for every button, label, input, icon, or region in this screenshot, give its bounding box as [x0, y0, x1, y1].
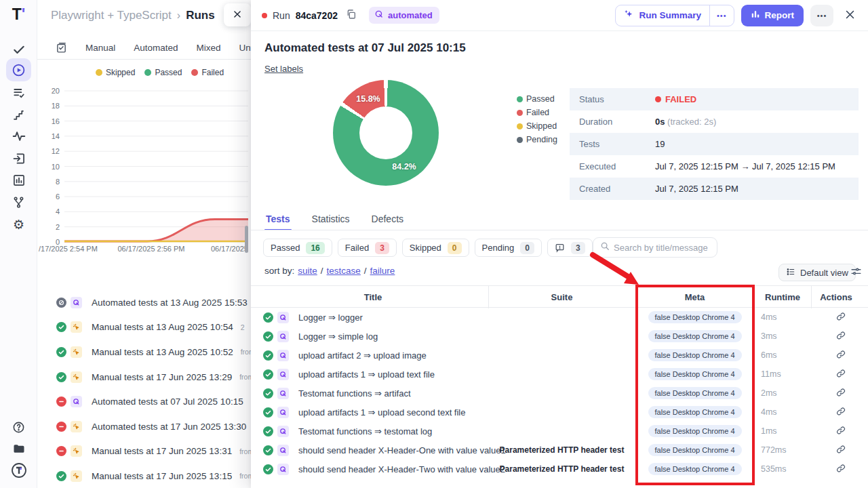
- test-result-row[interactable]: Testomat functions ⇒ testomat log false …: [251, 422, 868, 441]
- filter-chip[interactable]: Passed 16: [263, 239, 332, 257]
- breadcrumb-project[interactable]: Playwright + TypeScript: [51, 9, 172, 22]
- run-type-tab[interactable]: Manual: [85, 43, 115, 53]
- automated-badge[interactable]: automated: [369, 7, 439, 24]
- nav-runs-button[interactable]: [6, 58, 31, 81]
- run-type-tab[interactable]: Unfinished: [239, 43, 251, 53]
- drawer-tab[interactable]: Tests: [264, 211, 292, 230]
- legend-item[interactable]: Skipped: [96, 68, 135, 77]
- sort-option-link[interactable]: testcase: [327, 266, 361, 276]
- more-actions-button[interactable]: •••: [810, 5, 833, 26]
- run-list-item[interactable]: Automated tests at 07 Jul 2025 10:15: [37, 389, 251, 414]
- app-logo[interactable]: T': [0, 5, 37, 24]
- legend-item[interactable]: Failed: [517, 108, 557, 117]
- test-title[interactable]: should send header X-Header-Two with val…: [298, 464, 505, 474]
- test-result-row[interactable]: Logger ⇒ logger false Desktop Chrome 4 4…: [251, 308, 868, 327]
- legend-item[interactable]: Failed: [191, 68, 224, 77]
- attachment-link-button[interactable]: [831, 445, 850, 456]
- column-title[interactable]: Title: [258, 286, 488, 308]
- filter-chip[interactable]: Failed 3: [338, 239, 397, 257]
- test-title[interactable]: upload artifacts 1 ⇒ upload second text …: [298, 407, 466, 418]
- breadcrumb: Playwright + TypeScript › Runs: [51, 7, 215, 24]
- nav-settings-button[interactable]: ⚙: [6, 214, 31, 235]
- test-title[interactable]: Logger ⇒ logger: [298, 312, 363, 323]
- nav-tests-button[interactable]: [6, 39, 31, 60]
- default-view-button[interactable]: Default view: [778, 264, 856, 281]
- drawer-tab[interactable]: Defects: [370, 211, 405, 230]
- attachment-link-button[interactable]: [831, 331, 850, 342]
- results-table-header: Title Suite Meta Runtime Actions: [251, 285, 868, 308]
- run-type-tab[interactable]: Mixed: [197, 43, 221, 53]
- attachment-link-button[interactable]: [831, 312, 850, 323]
- filter-chip[interactable]: Skipped 0: [402, 239, 469, 257]
- help-button[interactable]: [6, 417, 31, 437]
- test-result-row[interactable]: upload artifacts 1 ⇒ upload second text …: [251, 403, 868, 422]
- test-result-row[interactable]: Testomat functions ⇒ artifact false Desk…: [251, 384, 868, 403]
- run-summary-button[interactable]: Run Summary •••: [615, 5, 734, 26]
- legend-item[interactable]: Passed: [144, 68, 182, 77]
- run-list-item[interactable]: Manual tests at 13 Aug 2025 10:52 from: [37, 340, 251, 365]
- run-type-tab[interactable]: Automated: [134, 43, 178, 53]
- nav-plans-button[interactable]: [6, 83, 31, 103]
- test-result-row[interactable]: upload artifacts 1 ⇒ upload text file fa…: [251, 365, 868, 384]
- test-result-row[interactable]: should send header X-Header-One with val…: [251, 441, 868, 460]
- view-settings-button[interactable]: [850, 266, 862, 279]
- drawer-tab[interactable]: Statistics: [311, 211, 351, 230]
- test-title[interactable]: should send header X-Header-One with val…: [298, 445, 506, 455]
- report-button[interactable]: Report: [741, 5, 804, 26]
- nav-branches-button[interactable]: [6, 192, 31, 212]
- copy-run-id-button[interactable]: [343, 6, 359, 24]
- passed-status-icon: [263, 388, 273, 399]
- nav-milestones-button[interactable]: [6, 104, 31, 125]
- test-title[interactable]: upload artifact 2 ⇒ upload image: [298, 350, 427, 361]
- filter-chip[interactable]: Pending 0: [475, 239, 542, 257]
- automated-run-icon: [277, 464, 289, 475]
- account-logo-button[interactable]: [6, 460, 31, 481]
- column-meta[interactable]: Meta: [635, 286, 754, 308]
- nav-import-button[interactable]: [6, 148, 31, 169]
- run-list-item[interactable]: Manual tests at 17 Jun 2025 13:15 from: [37, 464, 251, 488]
- run-list-item[interactable]: Manual tests at 13 Aug 2025 10:54 2: [37, 315, 251, 340]
- legend-item[interactable]: Pending: [517, 135, 557, 144]
- column-actions[interactable]: Actions: [811, 286, 861, 308]
- attachment-link-button[interactable]: [831, 464, 850, 475]
- attachment-link-button[interactable]: [831, 407, 850, 418]
- run-type-tabs: Manual Automated Mixed Unfinished: [37, 37, 251, 60]
- test-result-row[interactable]: upload artifact 2 ⇒ upload image false D…: [251, 346, 868, 365]
- run-label: Run: [273, 10, 290, 21]
- search-input[interactable]: [614, 243, 711, 253]
- test-title[interactable]: Logger ⇒ simple log: [298, 331, 378, 342]
- legend-item[interactable]: Skipped: [517, 121, 557, 131]
- test-title[interactable]: Testomat functions ⇒ artifact: [298, 388, 411, 399]
- run-list-item[interactable]: Automated tests at 17 Jun 2025 13:30: [37, 414, 251, 439]
- run-summary-more-button[interactable]: •••: [709, 5, 734, 26]
- test-title[interactable]: Testomat functions ⇒ testomat log: [298, 426, 432, 436]
- test-runtime: 1ms: [761, 426, 777, 436]
- panel-close-button[interactable]: [224, 3, 251, 26]
- tab-label: Manual: [85, 43, 115, 53]
- attachment-link-button[interactable]: [831, 426, 850, 437]
- attachment-link-button[interactable]: [831, 350, 850, 361]
- test-result-row[interactable]: Logger ⇒ simple log false Desktop Chrome…: [251, 327, 868, 346]
- set-labels-link[interactable]: Set labels: [264, 64, 303, 74]
- select-runs-icon[interactable]: [56, 42, 67, 54]
- sort-option-link[interactable]: failure: [370, 266, 395, 276]
- column-suite[interactable]: Suite: [488, 286, 635, 308]
- svg-text:8: 8: [56, 178, 60, 186]
- library-button[interactable]: [6, 439, 31, 459]
- legend-label: Passed: [155, 68, 182, 77]
- panel-scrollbar-thumb[interactable]: [245, 226, 248, 253]
- sort-option-link[interactable]: suite: [298, 266, 317, 276]
- attachment-link-button[interactable]: [831, 388, 850, 399]
- column-runtime[interactable]: Runtime: [754, 286, 811, 308]
- run-list-item[interactable]: Automated tests at 13 Aug 2025 15:53: [37, 290, 251, 315]
- run-list-item[interactable]: Manual tests at 17 Jun 2025 13:29 from: [37, 365, 251, 390]
- drawer-close-button[interactable]: [842, 6, 859, 25]
- legend-item[interactable]: Passed: [517, 94, 557, 104]
- run-list-item[interactable]: Manual tests at 17 Jun 2025 13:31 from: [37, 439, 251, 464]
- comments-filter-chip[interactable]: 3: [547, 239, 593, 257]
- test-title[interactable]: upload artifacts 1 ⇒ upload text file: [298, 369, 435, 380]
- nav-pulse-button[interactable]: [6, 126, 31, 146]
- test-result-row[interactable]: should send header X-Header-Two with val…: [251, 460, 868, 479]
- attachment-link-button[interactable]: [831, 369, 850, 380]
- nav-analytics-button[interactable]: [6, 170, 31, 190]
